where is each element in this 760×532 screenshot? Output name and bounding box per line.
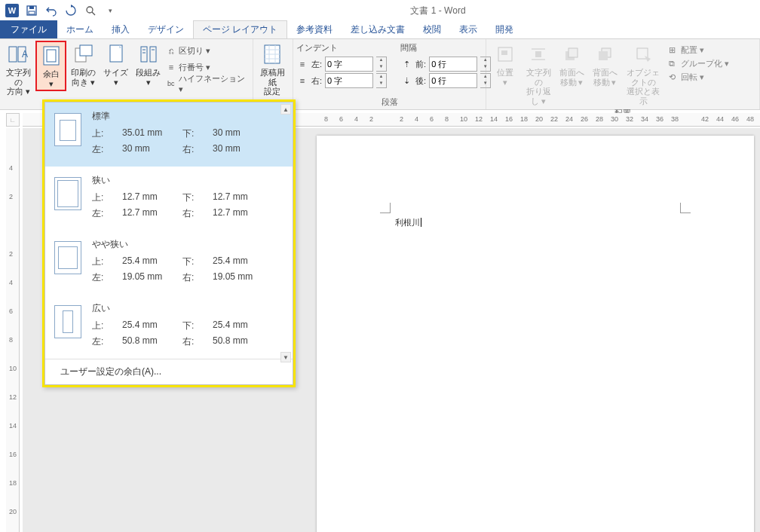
- svg-line-4: [92, 12, 95, 15]
- group-paragraph: インデント ≡ 左: ▲▼ ≡ 右: ▲▼ 間隔 ⇡ 前:: [293, 39, 486, 109]
- redo-icon[interactable]: [62, 2, 80, 20]
- spacing-before-icon: ⇡: [400, 58, 412, 70]
- bring-forward-button[interactable]: 前面へ 移動 ▾: [556, 41, 587, 88]
- tab-mailings[interactable]: 差し込み文書: [342, 20, 414, 38]
- vertical-ruler[interactable]: 422468101214161820: [6, 128, 20, 532]
- wrap-text-button[interactable]: 文字列の 折り返し ▾: [522, 41, 554, 107]
- document-text[interactable]: 利根川: [395, 217, 421, 228]
- rotate-button[interactable]: ⟲回転 ▾: [666, 71, 729, 83]
- indent-left-row: ≡ 左: ▲▼: [296, 57, 387, 72]
- align-icon: ⊞: [666, 44, 678, 56]
- breaks-button[interactable]: ⎌区切り ▾: [165, 42, 250, 59]
- wrap-icon: [526, 42, 550, 66]
- margin-name: 標準: [92, 110, 283, 123]
- tab-developer[interactable]: 開発: [486, 20, 522, 38]
- touch-mode-icon[interactable]: [81, 2, 100, 20]
- svg-rect-26: [535, 51, 541, 57]
- hyphen-icon: bc: [165, 78, 177, 90]
- backward-icon: [593, 42, 617, 66]
- margin-thumb-icon: [54, 177, 81, 210]
- line-numbers-icon: ≡: [165, 61, 177, 73]
- ruler-corner: ∟: [6, 113, 20, 127]
- custom-margins-button[interactable]: ユーザー設定の余白(A)...: [45, 359, 293, 384]
- margin-option-3[interactable]: 広い 上:25.4 mm下:25.4 mm 左:50.8 mm右:50.8 mm: [45, 295, 293, 359]
- margin-option-2[interactable]: やや狭い 上:25.4 mm下:25.4 mm 左:19.05 mm右:19.0…: [45, 231, 293, 295]
- spacing-after-row: ⇣ 後: ▲▼: [400, 73, 491, 88]
- qat-more-icon[interactable]: ▾: [101, 2, 119, 20]
- text-direction-button[interactable]: A 文字列の 方向 ▾: [3, 41, 34, 98]
- margin-option-1[interactable]: 狭い 上:12.7 mm下:12.7 mm 左:12.7 mm右:12.7 mm: [45, 167, 293, 231]
- manuscript-icon: [260, 42, 284, 66]
- window-title: 文書 1 - Word: [119, 5, 757, 17]
- spinner[interactable]: ▲▼: [376, 73, 387, 88]
- selection-icon: [631, 42, 655, 66]
- svg-rect-11: [80, 45, 92, 56]
- indent-right-input[interactable]: [325, 73, 373, 88]
- quick-access-toolbar: W ▾: [3, 2, 119, 20]
- undo-icon[interactable]: [42, 2, 60, 20]
- position-button[interactable]: 位置 ▾: [489, 41, 521, 88]
- margins-dropdown: ▲ 標準 上:35.01 mm下:30 mm 左:30 mm右:30 mm 狭い…: [42, 99, 296, 387]
- tab-home[interactable]: ホーム: [57, 20, 103, 38]
- indent-left-icon: ≡: [296, 58, 308, 70]
- spinner[interactable]: ▲▼: [376, 57, 387, 72]
- margin-name: 狭い: [92, 174, 283, 187]
- columns-button[interactable]: 段組み ▾: [133, 41, 164, 88]
- spacing-header: 間隔: [400, 42, 491, 54]
- tab-view[interactable]: 表示: [450, 20, 486, 38]
- ribbon-tabs: ファイル ホーム 挿入 デザイン ページ レイアウト 参考資料 差し込み文書 校…: [0, 21, 760, 39]
- breaks-icon: ⎌: [165, 44, 177, 57]
- align-button[interactable]: ⊞配置 ▾: [666, 44, 729, 56]
- manuscript-button[interactable]: 原稿用紙 設定: [256, 41, 288, 98]
- indent-right-row: ≡ 右: ▲▼: [296, 73, 387, 88]
- orientation-button[interactable]: 印刷の 向き ▾: [68, 41, 99, 88]
- tab-review[interactable]: 校閲: [414, 20, 450, 38]
- svg-rect-30: [568, 48, 578, 57]
- svg-point-3: [87, 7, 93, 13]
- margin-mark-tl: [380, 203, 391, 213]
- text-cursor: [420, 218, 421, 227]
- group-button[interactable]: ⧉グループ化 ▾: [666, 57, 729, 69]
- orientation-icon: [72, 42, 96, 66]
- indent-right-icon: ≡: [296, 75, 308, 87]
- group-icon: ⧉: [666, 57, 678, 69]
- save-icon[interactable]: [23, 2, 41, 20]
- group-arrange: 位置 ▾ 文字列の 折り返し ▾ 前面へ 移動 ▾ 背面へ 移動 ▾ オブジェク…: [486, 39, 760, 109]
- margin-thumb-icon: [54, 113, 81, 146]
- spacing-after-icon: ⇣: [400, 75, 412, 87]
- svg-text:A: A: [22, 49, 28, 60]
- indent-left-input[interactable]: [325, 57, 373, 72]
- tab-references[interactable]: 参考資料: [287, 20, 342, 38]
- size-icon: [104, 42, 128, 66]
- columns-icon: [136, 42, 161, 66]
- size-button[interactable]: サイズ ▾: [100, 41, 131, 88]
- spacing-before-input[interactable]: [429, 57, 477, 72]
- tab-file[interactable]: ファイル: [0, 20, 57, 38]
- margins-icon: [39, 44, 63, 68]
- margin-option-0[interactable]: 標準 上:35.01 mm下:30 mm 左:30 mm右:30 mm: [45, 102, 293, 167]
- svg-rect-32: [599, 51, 608, 60]
- selection-pane-button[interactable]: オブジェクトの 選択と表示: [622, 41, 664, 107]
- tab-insert[interactable]: 挿入: [103, 20, 139, 38]
- margins-button[interactable]: 余白 ▾: [35, 41, 66, 91]
- send-backward-button[interactable]: 背面へ 移動 ▾: [589, 41, 621, 88]
- indent-header: インデント: [296, 42, 387, 54]
- svg-rect-5: [9, 47, 17, 62]
- svg-rect-25: [501, 50, 507, 55]
- hyphenation-button[interactable]: bcハイフネーション ▾: [165, 75, 250, 92]
- svg-rect-13: [141, 47, 147, 62]
- page[interactable]: 利根川: [317, 136, 754, 532]
- margin-thumb-icon: [54, 241, 81, 274]
- tab-design[interactable]: デザイン: [139, 20, 193, 38]
- scroll-down-icon[interactable]: ▼: [280, 352, 291, 362]
- rotate-icon: ⟲: [666, 71, 678, 83]
- spacing-before-row: ⇡ 前: ▲▼: [400, 57, 491, 72]
- svg-rect-14: [150, 47, 156, 62]
- title-bar: W ▾ 文書 1 - Word: [0, 0, 760, 21]
- spacing-after-input[interactable]: [429, 73, 477, 88]
- word-icon[interactable]: W: [3, 2, 21, 20]
- margin-name: 広い: [92, 302, 283, 315]
- margin-name: やや狭い: [92, 238, 283, 251]
- scroll-up-icon[interactable]: ▲: [280, 104, 291, 115]
- tab-page-layout[interactable]: ページ レイアウト: [193, 20, 287, 38]
